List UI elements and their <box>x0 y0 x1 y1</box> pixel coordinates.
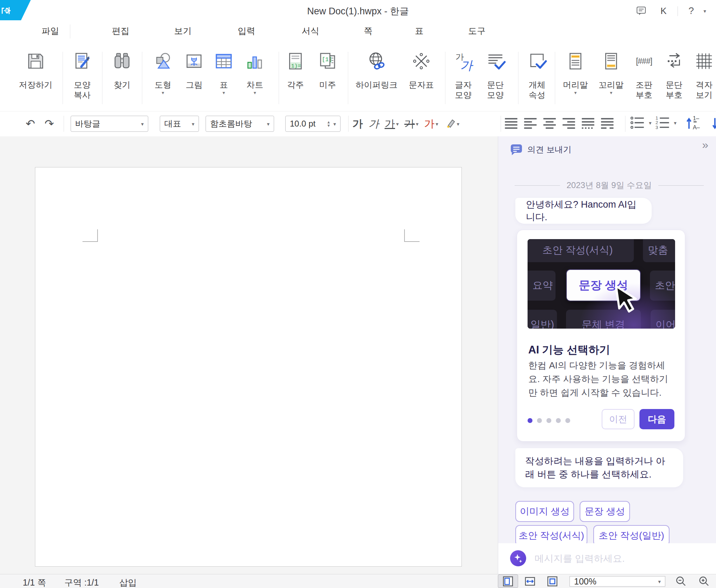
chevron-down-icon: ▾ <box>141 121 144 127</box>
message-input[interactable] <box>534 549 700 568</box>
spacing-increase-button[interactable]: 1–A– <box>686 115 703 132</box>
pagination-dot[interactable] <box>565 418 570 423</box>
view-fit-page-button[interactable] <box>544 574 561 588</box>
titlebar-separator <box>678 6 678 16</box>
ribbon-header-button[interactable]: 머리말 ▾ <box>558 48 593 95</box>
chevron-down-icon[interactable]: ▾ <box>649 120 652 126</box>
ribbon-save-button[interactable]: 저장하기 <box>15 48 57 90</box>
menu-item-file[interactable]: 파일 <box>34 25 67 37</box>
ribbon-chart-button[interactable]: 차트 ▾ <box>237 48 272 95</box>
chevron-down-icon: ▾ <box>416 121 419 127</box>
control-marks-icon: [###] <box>629 48 659 75</box>
suggestion-image-generate[interactable]: 이미지 생성 <box>515 501 574 522</box>
ribbon-shape-label: 도형 <box>145 80 180 90</box>
ribbon-save-label: 저장하기 <box>15 80 57 90</box>
chevron-down-icon: ▾ <box>703 8 706 14</box>
divider-line <box>658 185 704 186</box>
card-title: AI 기능 선택하기 <box>528 343 610 357</box>
feedback-comment-button[interactable] <box>634 5 648 17</box>
font-color-button[interactable]: 가▾ <box>422 116 441 132</box>
ribbon-table-button[interactable]: 표 ▾ <box>207 48 241 95</box>
ribbon-grid-view-button[interactable]: 격자 보기 <box>689 48 716 100</box>
ribbon-copy-format-button[interactable]: 모양 복사 <box>63 48 101 100</box>
prev-button[interactable]: 이전 <box>602 409 635 429</box>
zoom-in-button[interactable] <box>695 574 713 588</box>
ribbon-find-button[interactable]: 찾기 <box>103 48 141 90</box>
ribbon-hyperlink-button[interactable]: 하이퍼링크 <box>350 48 403 90</box>
ribbon-object-properties-button[interactable]: 개체 속성 <box>520 48 554 100</box>
redo-button[interactable]: ↷ <box>41 115 57 132</box>
ribbon-control-marks-button[interactable]: [###] 조판 부호 <box>629 48 659 100</box>
menu-item-edit[interactable]: 편집 <box>104 25 137 37</box>
shapes-icon <box>145 48 180 75</box>
ribbon-separator <box>142 52 142 104</box>
zoom-out-button[interactable] <box>672 574 690 588</box>
account-button[interactable]: K <box>657 5 671 17</box>
pagination-dot[interactable] <box>546 418 551 423</box>
spacing-decrease-button[interactable]: 1–A– <box>712 115 716 132</box>
ribbon-footer-label: 꼬리말 <box>594 80 629 90</box>
rep-style-select[interactable]: 대표 ▾ <box>160 116 199 132</box>
align-justify-button[interactable] <box>504 117 518 130</box>
pagination-dot[interactable] <box>528 418 532 423</box>
ribbon-footnote-label: 각주 <box>280 80 311 90</box>
align-left-button[interactable] <box>523 117 537 130</box>
menu-item-view[interactable]: 보기 <box>166 25 200 37</box>
format-toolbar: ↶ ↷ 바탕글 ▾ 대표 ▾ 함초롬바탕 ▾ 10.0 pt ▲▼ ▾ 가 가 … <box>0 111 716 137</box>
align-distribute-button[interactable] <box>581 117 595 130</box>
menu-item-input[interactable]: 입력 <box>230 25 263 37</box>
feedback-row[interactable]: 의견 보내기 <box>510 144 572 155</box>
font-size-input[interactable]: 10.0 pt ▲▼ ▾ <box>285 116 341 132</box>
zoom-level-select[interactable]: 100% ▾ <box>570 576 665 587</box>
ribbon-para-marks-button[interactable]: 문단 부호 <box>659 48 689 100</box>
ribbon-picture-button[interactable]: 그림 <box>177 48 211 90</box>
zoom-out-icon <box>675 576 687 587</box>
view-page-outline-button[interactable] <box>498 574 518 588</box>
menu-item-format[interactable]: 서식 <box>294 25 327 37</box>
align-center-button[interactable] <box>543 117 557 130</box>
suggestion-sentence-generate[interactable]: 문장 생성 <box>580 501 630 522</box>
align-right-button[interactable] <box>562 117 576 130</box>
help-button[interactable]: ? <box>684 5 698 17</box>
pagination-dot[interactable] <box>537 418 542 423</box>
font-family-select[interactable]: 함초롬바탕 ▾ <box>206 116 274 132</box>
collapse-panel-button[interactable]: » <box>702 138 708 151</box>
ribbon-para-shape-button[interactable]: 문단 모양 <box>480 48 511 100</box>
ribbon-footer-button[interactable]: 꼬리말 ▾ <box>594 48 629 95</box>
undo-button[interactable]: ↶ <box>22 115 38 132</box>
chevron-down-icon[interactable]: ▾ <box>674 120 677 126</box>
menu-item-page[interactable]: 쪽 <box>351 25 385 37</box>
ribbon-shape-button[interactable]: 도형 ▾ <box>145 48 180 95</box>
pagination-dots <box>528 418 570 423</box>
numbered-list-button[interactable]: 123 <box>655 116 671 130</box>
suggestion-draft-format[interactable]: 초안 작성(서식) <box>515 525 587 546</box>
view-fit-width-button[interactable] <box>522 574 538 588</box>
bullet-list-button[interactable] <box>630 116 645 130</box>
cursor-arrow-icon <box>611 281 642 317</box>
style-preset-select[interactable]: 바탕글 ▾ <box>71 116 148 132</box>
help-dropdown-button[interactable]: ▾ <box>698 5 712 17</box>
font-size-stepper[interactable]: ▲▼ <box>327 120 331 127</box>
menu-item-table[interactable]: 표 <box>402 25 436 37</box>
svg-text:3: 3 <box>656 125 658 130</box>
redo-icon: ↷ <box>45 117 54 130</box>
italic-button[interactable]: 가 <box>366 116 381 132</box>
underline-button[interactable]: 가▾ <box>382 116 401 132</box>
menu-item-tools[interactable]: 도구 <box>460 25 494 37</box>
ribbon-endnote-button[interactable]: [1] 미주 <box>312 48 343 90</box>
bold-button[interactable]: 가 <box>350 116 365 132</box>
ribbon-find-label: 찾기 <box>103 80 141 90</box>
font-family-value: 함초롬바탕 <box>210 118 252 129</box>
next-button[interactable]: 다음 <box>639 409 674 429</box>
strikethrough-button[interactable]: 가▾ <box>402 116 421 132</box>
ribbon-character-map-button[interactable]: 문자표 <box>402 48 441 90</box>
svg-text:1–: 1– <box>693 115 700 121</box>
ribbon-char-shape-button[interactable]: 가가 글자 모양 <box>448 48 479 100</box>
highlight-color-button[interactable]: ▾ <box>442 116 462 132</box>
ribbon-footnote-button[interactable]: 1)= 각주 <box>280 48 311 90</box>
suggestion-draft-general[interactable]: 초안 작성(일반) <box>593 525 670 546</box>
align-divide-button[interactable] <box>600 117 614 130</box>
pagination-dot[interactable] <box>556 418 561 423</box>
insert-mode-indicator[interactable]: 삽입 <box>119 577 137 588</box>
document-page[interactable] <box>35 167 462 567</box>
